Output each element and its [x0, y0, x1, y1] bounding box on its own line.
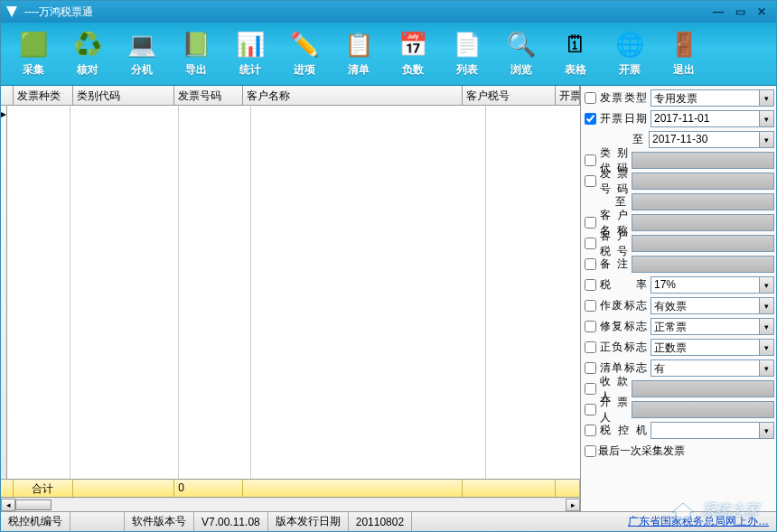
status-machine-label: 税控机编号 [1, 512, 70, 531]
filter-sign-flag-value[interactable]: 正数票 [651, 339, 760, 356]
data-grid: 发票种类 类别代码 发票号码 客户名称 客户税号 开票 ▸ 合计 0 [1, 86, 581, 511]
app-window: ----万鸿税票通 — ▭ ✕ 🟩采集♻️核对💻分机📗导出📊统计✏️进项📋清单📅… [0, 0, 777, 532]
toolbar-export-button[interactable]: 📗导出 [171, 26, 221, 82]
dropdown-icon[interactable]: ▾ [760, 297, 774, 314]
filter-payee-checkbox[interactable] [585, 383, 596, 395]
dropdown-icon[interactable]: ▾ [760, 359, 774, 377]
toolbar-input-button[interactable]: ✏️进项 [279, 26, 330, 82]
filter-customer-tax-input[interactable] [632, 235, 774, 252]
filter-repair-flag: 修复标志正常票▾ [583, 316, 774, 337]
filter-category-code-input[interactable] [632, 152, 774, 169]
filter-to2-input[interactable] [632, 193, 774, 210]
dropdown-icon[interactable]: ▾ [760, 422, 774, 439]
negative-icon: 📅 [398, 30, 427, 59]
filter-invoice-type-value[interactable]: 专用发票 [651, 89, 760, 107]
filter-customer-name-input[interactable] [632, 214, 774, 231]
filter-sign-flag-checkbox[interactable] [585, 341, 596, 353]
filter-invoice-date-checkbox[interactable] [585, 113, 596, 125]
grid-footer: 合计 0 [1, 479, 580, 497]
scroll-right-button[interactable]: ▸ [566, 499, 580, 511]
window-title: ----万鸿税票通 [24, 5, 93, 20]
toolbar-negative-button[interactable]: 📅负数 [388, 26, 438, 82]
filter-issuer-label: 开 票 人 [598, 395, 630, 425]
footer-count: 0 [174, 480, 242, 497]
horizontal-scrollbar[interactable]: ◂ ▸ [1, 497, 580, 511]
col-invoice-date[interactable]: 开票 [556, 86, 580, 105]
extension-icon: 💻 [127, 30, 156, 59]
filter-category-code-checkbox[interactable] [585, 154, 596, 166]
grid-body[interactable]: ▸ [1, 106, 580, 479]
col-category-code[interactable]: 类别代码 [73, 86, 175, 105]
filter-last-collect: 最后一次采集发票 [583, 441, 774, 462]
maximize-button[interactable]: ▭ [731, 5, 749, 18]
footer-total-label: 合计 [14, 480, 73, 497]
filter-remark-checkbox[interactable] [585, 258, 596, 270]
filter-void-flag-value[interactable]: 有效票 [651, 297, 760, 314]
scroll-thumb[interactable] [15, 499, 51, 510]
filter-remark-input[interactable] [632, 256, 774, 273]
dropdown-icon[interactable]: ▾ [760, 276, 774, 294]
filter-list-flag-checkbox[interactable] [585, 362, 596, 374]
filter-customer-tax-checkbox[interactable] [585, 238, 596, 249]
status-link[interactable]: 广东省国家税务总局网上办… [621, 514, 776, 529]
scroll-left-button[interactable]: ◂ [1, 499, 15, 511]
grid-header: 发票种类 类别代码 发票号码 客户名称 客户税号 开票 [1, 86, 580, 106]
toolbar-collect-button[interactable]: 🟩采集 [8, 26, 59, 82]
filter-repair-flag-checkbox[interactable] [585, 321, 596, 332]
filter-to1-value[interactable]: 2017-11-30 [649, 131, 760, 148]
input-icon: ✏️ [290, 30, 319, 59]
filter-tax-machine-checkbox[interactable] [585, 425, 596, 436]
toolbar-browse-button[interactable]: 🔍浏览 [496, 26, 547, 82]
toolbar-checklist-button[interactable]: 📋清单 [333, 26, 384, 82]
filter-invoice-no-checkbox[interactable] [585, 175, 596, 187]
filter-invoice-type-checkbox[interactable] [585, 92, 596, 104]
toolbar-invoice-button[interactable]: 🌐开票 [604, 26, 655, 82]
close-button[interactable]: ✕ [753, 5, 771, 18]
dropdown-icon[interactable]: ▾ [760, 339, 774, 356]
toolbar-verify-button[interactable]: ♻️核对 [62, 26, 113, 82]
filter-tax-rate-label: 税 率 [598, 277, 649, 293]
toolbar-list-button[interactable]: 📄列表 [442, 26, 492, 82]
dropdown-icon[interactable]: ▾ [760, 110, 774, 127]
toolbar-exit-button[interactable]: 🚪退出 [659, 26, 709, 82]
toolbar-extension-button[interactable]: 💻分机 [117, 26, 167, 82]
filter-remark: 备 注 [583, 254, 774, 275]
toolbar-table-button[interactable]: 🗓表格 [550, 26, 601, 82]
col-customer-name[interactable]: 客户名称 [243, 86, 463, 105]
collect-icon: 🟩 [19, 30, 48, 59]
filter-invoice-no-input[interactable] [632, 173, 774, 190]
filter-sign-flag-label: 正负标志 [598, 340, 649, 355]
filter-void-flag: 作废标志有效票▾ [583, 295, 774, 316]
list-icon: 📄 [453, 30, 482, 59]
filter-invoice-date-value[interactable]: 2017-11-01 [651, 110, 760, 127]
filter-customer-tax: 客户税号 [583, 233, 774, 254]
filter-invoice-date-label: 开票日期 [598, 111, 649, 126]
filter-tax-machine: 税 控 机▾ [583, 420, 774, 441]
filter-tax-rate-checkbox[interactable] [585, 279, 596, 291]
minimize-button[interactable]: — [709, 5, 727, 18]
col-invoice-no[interactable]: 发票号码 [174, 86, 242, 105]
filter-tax-rate-value[interactable]: 17% [651, 276, 760, 294]
filter-tax-machine-label: 税 控 机 [598, 423, 649, 438]
browse-icon: 🔍 [507, 30, 536, 59]
dropdown-icon[interactable]: ▾ [760, 131, 774, 148]
filter-invoice-no: 发票号码 [583, 171, 774, 191]
filter-tax-machine-value[interactable] [651, 422, 760, 439]
filter-last-collect-checkbox[interactable] [585, 445, 596, 457]
filter-issuer-checkbox[interactable] [585, 404, 596, 415]
filter-repair-flag-value[interactable]: 正常票 [651, 318, 760, 335]
filter-invoice-no-label: 发票号码 [598, 166, 630, 197]
filter-customer-name-checkbox[interactable] [585, 217, 596, 229]
dropdown-icon[interactable]: ▾ [760, 318, 774, 335]
dropdown-icon[interactable]: ▾ [760, 89, 774, 107]
filter-list-flag-value[interactable]: 有 [651, 359, 760, 377]
filter-issuer-input[interactable] [632, 401, 774, 418]
status-version: V7.00.11.08 [194, 512, 268, 531]
status-release-label: 版本发行日期 [268, 512, 349, 531]
col-customer-tax[interactable]: 客户税号 [463, 86, 556, 105]
col-invoice-kind[interactable]: 发票种类 [14, 86, 73, 105]
statusbar: 税控机编号 软件版本号 V7.00.11.08 版本发行日期 20110802 … [1, 511, 776, 531]
toolbar-stats-button[interactable]: 📊统计 [225, 26, 276, 82]
filter-payee-input[interactable] [632, 380, 774, 397]
filter-void-flag-checkbox[interactable] [585, 300, 596, 312]
